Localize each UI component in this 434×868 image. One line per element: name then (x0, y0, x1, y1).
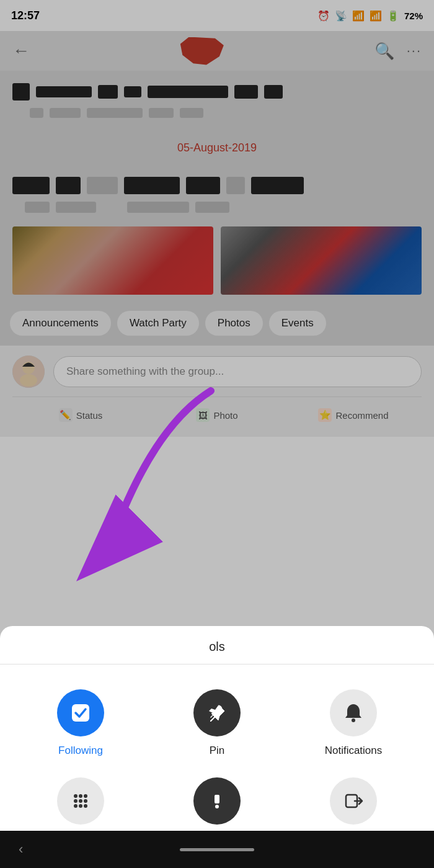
svg-point-11 (84, 799, 87, 803)
svg-point-5 (352, 718, 355, 722)
svg-point-7 (79, 794, 82, 798)
system-back-button[interactable]: ‹ (19, 841, 23, 857)
pin-icon-circle (193, 689, 241, 736)
following-icon-circle (57, 689, 104, 736)
home-indicator[interactable] (180, 848, 254, 851)
following-item[interactable]: Following (12, 679, 149, 767)
notifications-label: Notifications (325, 744, 383, 758)
bottom-sheet-title: ols (0, 626, 434, 664)
svg-point-14 (84, 804, 87, 808)
notifications-item[interactable]: Notifications (285, 679, 422, 767)
bottom-sheet-divider (0, 664, 434, 664)
svg-point-16 (215, 805, 219, 808)
leave-group-icon-circle (330, 777, 377, 825)
svg-point-9 (74, 799, 78, 803)
svg-point-12 (74, 804, 78, 808)
pin-item[interactable]: Pin (149, 679, 285, 767)
bottom-nav-bar: ‹ (0, 831, 434, 868)
svg-point-10 (79, 799, 82, 803)
notifications-icon-circle (330, 689, 377, 736)
report-icon-circle (193, 777, 241, 825)
pin-label: Pin (210, 744, 225, 758)
following-label: Following (58, 744, 103, 758)
svg-rect-4 (72, 704, 89, 722)
svg-point-13 (79, 804, 82, 808)
svg-point-8 (84, 794, 87, 798)
add-home-icon-circle (57, 777, 104, 825)
svg-rect-15 (215, 795, 219, 803)
svg-point-6 (74, 794, 78, 798)
